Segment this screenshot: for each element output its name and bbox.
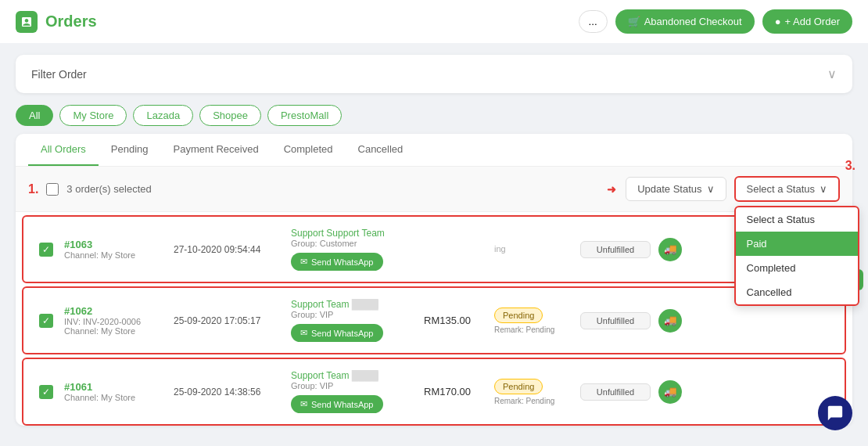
tab-mystore[interactable]: My Store bbox=[59, 105, 127, 126]
order-status-area-1063: ing bbox=[494, 243, 572, 257]
more-options-button[interactable]: ... bbox=[579, 10, 608, 33]
order-info-1063: #1063 Channel: My Store bbox=[64, 239, 166, 260]
support-name-1061: Support Team ████ bbox=[291, 370, 416, 381]
dropdown-item-paid[interactable]: Paid bbox=[736, 232, 858, 256]
dropdown-item-cancelled[interactable]: Cancelled bbox=[736, 280, 858, 304]
chat-button[interactable] bbox=[818, 396, 852, 430]
filter-chevron-icon: ∨ bbox=[827, 67, 837, 81]
tab-pending[interactable]: Pending bbox=[99, 134, 161, 166]
order-inv-1062: INV: INV-2020-0006 bbox=[64, 317, 166, 326]
order-id-1062[interactable]: #1062 bbox=[64, 305, 166, 317]
step2-area: ➜ Update Status ∨ bbox=[607, 177, 726, 201]
dropdown-item-completed[interactable]: Completed bbox=[736, 256, 858, 280]
tab-all[interactable]: All bbox=[16, 105, 53, 126]
whatsapp-icon-1063: ✉ bbox=[300, 257, 307, 267]
tab-cancelled[interactable]: Cancelled bbox=[346, 134, 416, 166]
order-status-area-1061: Pending Remark: Pending bbox=[494, 379, 572, 405]
whatsapp-icon-1061: ✉ bbox=[300, 399, 307, 409]
select-status-label: Select a Status bbox=[747, 183, 815, 195]
fulfillment-1062: Unfulfilled bbox=[580, 312, 651, 329]
table-row: #1062 INV: INV-2020-0006 Channel: My Sto… bbox=[22, 286, 846, 354]
order-support-1063: Support Support Team Group: Customer ✉ S… bbox=[291, 228, 416, 271]
order-channel-1063: Channel: My Store bbox=[64, 250, 166, 260]
checkbox-cell-1061 bbox=[36, 385, 56, 399]
support-name-1063: Support Support Team bbox=[291, 228, 416, 239]
step1-label: 1. bbox=[28, 182, 38, 196]
order-support-1062: Support Team ████ Group: VIP ✉ Send What… bbox=[291, 299, 416, 342]
remark-1062: Remark: Pending bbox=[494, 326, 572, 334]
order-channel-1061: Channel: My Store bbox=[64, 393, 166, 402]
support-group-1062: Group: VIP bbox=[291, 310, 416, 319]
order-date-1062: 25-09-2020 17:05:17 bbox=[174, 315, 283, 326]
tab-payment-received[interactable]: Payment Received bbox=[161, 134, 271, 166]
fulfillment-1061: Unfulfilled bbox=[580, 383, 651, 401]
order-amount-1061: RM170.00 bbox=[424, 386, 486, 397]
whatsapp-button-1063[interactable]: ✉ Send WhatsApp bbox=[291, 253, 383, 271]
orders-icon bbox=[16, 11, 38, 33]
whatsapp-button-1061[interactable]: ✉ Send WhatsApp bbox=[291, 395, 383, 413]
tab-shopee[interactable]: Shopee bbox=[199, 105, 261, 126]
order-actions-1062: 🚚 bbox=[658, 309, 682, 333]
checkbox-cell-1062 bbox=[36, 314, 56, 328]
action-green-1063[interactable]: 🚚 bbox=[658, 238, 682, 261]
add-order-button[interactable]: ● + Add Order bbox=[762, 9, 852, 34]
checkbox-cell-1063 bbox=[36, 243, 56, 257]
orders-list: #1063 Channel: My Store 27-10-2020 09:54… bbox=[16, 215, 852, 426]
fulfillment-badge-1063[interactable]: Unfulfilled bbox=[580, 241, 651, 258]
select-all-checkbox[interactable] bbox=[46, 183, 59, 196]
toolbar: 1. 3 order(s) selected ➜ Update Status ∨… bbox=[16, 167, 852, 212]
order-tabs: All Orders Pending Payment Received Comp… bbox=[16, 134, 852, 167]
step3-label: 3. bbox=[845, 159, 855, 173]
order-amount-1062: RM135.00 bbox=[424, 315, 486, 326]
order-id-1063[interactable]: #1063 bbox=[64, 239, 166, 250]
checkbox-1061[interactable] bbox=[39, 385, 53, 399]
status-badge-1062: Pending bbox=[494, 308, 543, 323]
fulfillment-1063: Unfulfilled bbox=[580, 241, 651, 258]
order-channel-1062: Channel: My Store bbox=[64, 326, 166, 336]
dropdown-item-select[interactable]: Select a Status bbox=[736, 207, 858, 232]
action-green-1062[interactable]: 🚚 bbox=[658, 309, 682, 333]
whatsapp-icon-1062: ✉ bbox=[300, 328, 307, 338]
action-green-1061[interactable]: 🚚 bbox=[658, 380, 682, 404]
truck-icon-1062: 🚚 bbox=[664, 315, 677, 326]
status-badge-1061: Pending bbox=[494, 379, 543, 394]
truck-icon-1063: 🚚 bbox=[664, 243, 677, 255]
truck-icon-1061: 🚚 bbox=[664, 386, 677, 397]
order-actions-1063: 🚚 bbox=[658, 238, 682, 261]
status-badge-1063: ing bbox=[494, 244, 506, 254]
update-status-button[interactable]: Update Status ∨ bbox=[626, 177, 726, 201]
select-status-container: Select a Status ∨ 3. Select a Status Pai… bbox=[734, 176, 840, 202]
chevron-down-icon2: ∨ bbox=[820, 183, 827, 195]
order-id-1061[interactable]: #1061 bbox=[64, 381, 166, 393]
fulfillment-badge-1062[interactable]: Unfulfilled bbox=[580, 312, 651, 329]
fulfillment-badge-1061[interactable]: Unfulfilled bbox=[580, 383, 651, 401]
remark-1061: Remark: Pending bbox=[494, 397, 572, 405]
tab-prestomall[interactable]: PrestoMall bbox=[267, 105, 342, 126]
filter-label: Filter Order bbox=[31, 68, 87, 81]
tab-completed[interactable]: Completed bbox=[271, 134, 346, 166]
order-support-1061: Support Team ████ Group: VIP ✉ Send What… bbox=[291, 370, 416, 413]
arrow-icon: ➜ bbox=[607, 183, 616, 196]
order-status-area-1062: Pending Remark: Pending bbox=[494, 308, 572, 334]
order-info-1061: #1061 Channel: My Store bbox=[64, 381, 166, 402]
checkbox-1063[interactable] bbox=[39, 243, 53, 257]
header-left: Orders bbox=[16, 11, 97, 33]
tab-lazada[interactable]: Lazada bbox=[133, 105, 193, 126]
whatsapp-button-1062[interactable]: ✉ Send WhatsApp bbox=[291, 324, 383, 342]
table-row: #1063 Channel: My Store 27-10-2020 09:54… bbox=[22, 215, 846, 283]
header-right: ... 🛒 Abandoned Checkout ● + Add Order bbox=[579, 9, 852, 34]
checkbox-1062[interactable] bbox=[39, 314, 53, 328]
plus-icon: ● bbox=[775, 16, 781, 27]
select-status-button[interactable]: Select a Status ∨ bbox=[734, 176, 840, 202]
support-name-1062: Support Team ████ bbox=[291, 299, 416, 310]
channel-tabs: All My Store Lazada Shopee PrestoMall bbox=[0, 105, 868, 134]
order-actions-1061: 🚚 bbox=[658, 380, 682, 404]
filter-order-section[interactable]: Filter Order ∨ bbox=[16, 55, 852, 93]
cart-icon: 🛒 bbox=[628, 16, 640, 27]
chevron-down-icon: ∨ bbox=[707, 183, 715, 195]
update-status-label: Update Status bbox=[637, 183, 701, 195]
abandoned-checkout-button[interactable]: 🛒 Abandoned Checkout bbox=[615, 9, 755, 34]
order-date-1061: 25-09-2020 14:38:56 bbox=[174, 387, 283, 397]
tab-all-orders[interactable]: All Orders bbox=[28, 134, 99, 166]
main-content: C All Orders Pending Payment Received Co… bbox=[16, 134, 852, 426]
